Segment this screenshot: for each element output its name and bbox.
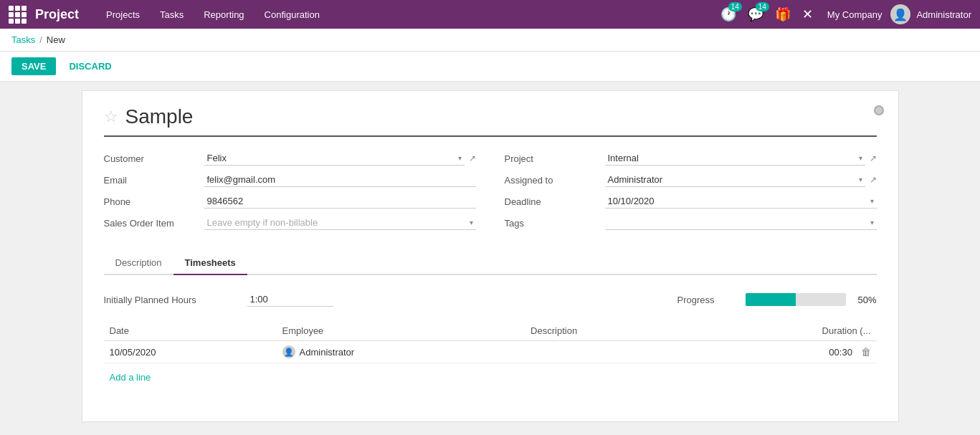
gift-icon-btn[interactable]: 🎁 xyxy=(772,6,794,22)
table-row: 10/05/2020 👤 Administrator 00:30 xyxy=(104,341,877,363)
progress-bar-fill xyxy=(746,293,796,306)
customer-value[interactable]: Felix ▾ xyxy=(204,151,465,166)
project-field-row: Project Internal ▾ ↗ xyxy=(505,151,877,166)
avatar[interactable]: 👤 xyxy=(890,4,910,24)
assigned-field-row: Assigned to Administrator ▾ ↗ xyxy=(505,173,877,187)
add-line-button[interactable]: Add a line xyxy=(104,369,157,386)
nav-projects[interactable]: Projects xyxy=(96,0,150,29)
clock-badge: 14 xyxy=(728,2,742,11)
tab-description[interactable]: Description xyxy=(104,252,173,275)
form-fields-right: Project Internal ▾ ↗ Assigned to Adminis… xyxy=(505,151,877,237)
progress-section: Progress 50% xyxy=(677,293,876,306)
table-body: 10/05/2020 👤 Administrator 00:30 xyxy=(104,341,877,363)
progress-label: Progress xyxy=(677,295,734,305)
progress-bar xyxy=(746,293,846,306)
chat-badge: 14 xyxy=(756,2,769,11)
tags-field-row: Tags ▾ xyxy=(505,216,877,230)
sales-order-value[interactable]: Leave empty if non-billable ▾ xyxy=(204,216,476,230)
clock-icon-btn[interactable]: 🕐 14 xyxy=(718,6,739,22)
tags-label: Tags xyxy=(505,218,605,229)
customer-external-link[interactable]: ↗ xyxy=(469,153,476,163)
planned-hours-value[interactable]: 1:00 xyxy=(247,292,333,307)
col-employee: Employee xyxy=(277,321,525,341)
assigned-dropdown-arrow: ▾ xyxy=(859,176,862,183)
breadcrumb-parent[interactable]: Tasks xyxy=(11,34,35,45)
nav-tasks[interactable]: Tasks xyxy=(150,0,194,29)
project-label: Project xyxy=(505,153,605,164)
status-indicator xyxy=(874,105,884,115)
person-icon: 👤 xyxy=(284,348,294,357)
form-title: Sample xyxy=(125,105,194,128)
timesheets-table: Date Employee Description Duration (... … xyxy=(104,321,877,363)
employee-cell: 👤 Administrator xyxy=(282,345,520,358)
assigned-label: Assigned to xyxy=(505,175,605,186)
favorite-star-icon[interactable]: ☆ xyxy=(104,107,118,126)
sales-order-label: Sales Order Item xyxy=(104,218,204,229)
row-employee[interactable]: 👤 Administrator xyxy=(277,341,525,363)
timesheets-section: Initially Planned Hours 1:00 Progress 50… xyxy=(104,287,877,391)
discard-button[interactable]: DISCARD xyxy=(62,57,118,75)
apps-menu-button[interactable] xyxy=(9,6,27,24)
delete-row-icon[interactable]: 🗑 xyxy=(861,346,871,358)
col-duration: Duration (... xyxy=(698,321,877,341)
planned-hours-label: Initially Planned Hours xyxy=(104,295,219,305)
assigned-external-link[interactable]: ↗ xyxy=(870,175,877,185)
email-value[interactable]: felix@gmail.com xyxy=(204,173,476,187)
sales-order-dropdown-arrow: ▾ xyxy=(470,219,473,226)
tags-value[interactable]: ▾ xyxy=(605,216,877,230)
col-date: Date xyxy=(104,321,277,341)
grid-icon xyxy=(9,6,27,24)
navbar-right: 🕐 14 💬 14 🎁 ✕ My Company 👤 Administrator xyxy=(718,4,971,24)
project-value[interactable]: Internal ▾ xyxy=(605,151,865,166)
customer-label: Customer xyxy=(104,153,204,164)
customer-field-row: Customer Felix ▾ ↗ xyxy=(104,151,476,166)
nav-configuration[interactable]: Configuration xyxy=(254,0,330,29)
planned-hours-row: Initially Planned Hours 1:00 Progress 50… xyxy=(104,292,877,307)
breadcrumb-bar: Tasks / New xyxy=(0,29,980,52)
phone-value[interactable]: 9846562 xyxy=(204,194,476,209)
company-name: My Company xyxy=(827,9,883,20)
progress-percent: 50% xyxy=(857,295,876,305)
table-header: Date Employee Description Duration (... xyxy=(104,321,877,341)
email-field-row: Email felix@gmail.com xyxy=(104,173,476,187)
row-date[interactable]: 10/05/2020 xyxy=(104,341,277,363)
project-external-link[interactable]: ↗ xyxy=(870,153,877,163)
row-duration[interactable]: 00:30 🗑 xyxy=(698,341,877,363)
main-container: ☆ Sample Customer Felix ▾ ↗ Email xyxy=(0,82,980,431)
breadcrumb-separator: / xyxy=(39,34,42,45)
navbar: Project Projects Tasks Reporting Configu… xyxy=(0,0,980,29)
employee-name: Administrator xyxy=(300,347,355,358)
save-button[interactable]: SAVE xyxy=(11,57,56,75)
tags-dropdown-arrow: ▾ xyxy=(870,219,874,226)
chat-icon-btn[interactable]: 💬 14 xyxy=(745,6,766,22)
phone-label: Phone xyxy=(104,196,204,207)
form-fields-left: Customer Felix ▾ ↗ Email felix@gmail.com… xyxy=(104,151,476,237)
assigned-value[interactable]: Administrator ▾ xyxy=(605,173,865,187)
form-fields: Customer Felix ▾ ↗ Email felix@gmail.com… xyxy=(104,151,877,237)
row-description[interactable] xyxy=(525,341,698,363)
phone-field-row: Phone 9846562 xyxy=(104,194,476,209)
deadline-field-row: Deadline 10/10/2020 ▾ xyxy=(505,194,877,209)
sales-order-field-row: Sales Order Item Leave empty if non-bill… xyxy=(104,216,476,230)
tabs-bar: Description Timesheets xyxy=(104,252,877,275)
tab-timesheets[interactable]: Timesheets xyxy=(173,252,247,275)
col-description: Description xyxy=(525,321,698,341)
gift-icon: 🎁 xyxy=(775,6,791,22)
project-dropdown-arrow: ▾ xyxy=(859,154,862,162)
close-icon-btn[interactable]: ✕ xyxy=(799,6,816,22)
deadline-label: Deadline xyxy=(505,196,605,207)
app-brand: Project xyxy=(35,7,79,22)
close-icon: ✕ xyxy=(802,6,813,22)
employee-avatar-icon: 👤 xyxy=(282,345,295,358)
breadcrumb-current: New xyxy=(47,34,65,45)
form-header: ☆ Sample xyxy=(104,105,877,137)
customer-dropdown-arrow: ▾ xyxy=(458,154,462,162)
avatar-icon: 👤 xyxy=(893,8,908,21)
action-bar: SAVE DISCARD xyxy=(0,52,980,82)
email-label: Email xyxy=(104,175,204,186)
nav-reporting[interactable]: Reporting xyxy=(194,0,254,29)
navbar-menu: Projects Tasks Reporting Configuration xyxy=(96,0,718,29)
deadline-value[interactable]: 10/10/2020 ▾ xyxy=(605,194,877,209)
username: Administrator xyxy=(916,9,971,20)
form-card: ☆ Sample Customer Felix ▾ ↗ Email xyxy=(82,90,899,422)
